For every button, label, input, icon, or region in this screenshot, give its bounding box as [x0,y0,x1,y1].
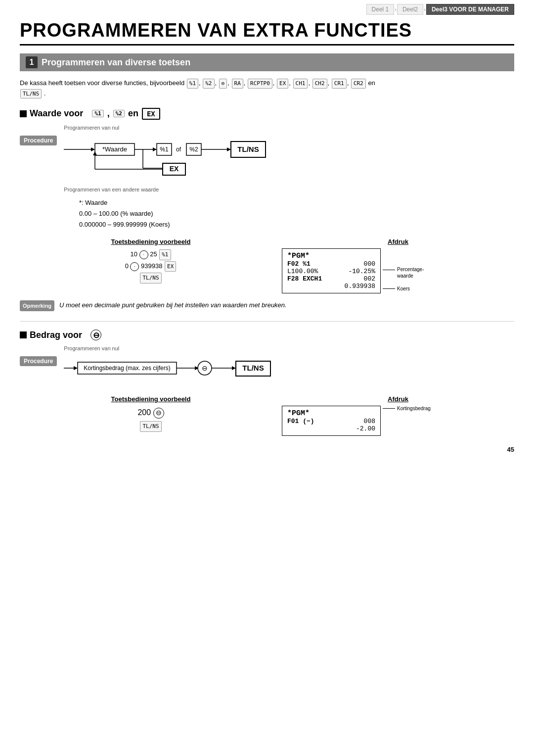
bedrag-receipt-line2: F01 (−) 008 [287,418,375,425]
receipt-line1: *PGM* [287,252,375,260]
waarde-example-table: Toetsbediening voorbeeld 10 · 25 %1 0 · … [35,238,514,293]
bedrag-example-keys-title: Toetsbediening voorbeeld [35,395,267,403]
bedrag-flow-svg: Kortingsbedrag (max. zes cijfers) ⊖ TL/N… [64,354,321,389]
svg-text:Kortingsbedrag (max. zes cijfe: Kortingsbedrag (max. zes cijfers) [84,365,171,372]
procedure-badge-bedrag: Procedure [20,356,57,366]
section1-title: Programmeren van diverse toetsen [42,57,190,68]
waarde-procedure-diagram: Programmeren van nul *Waarde %1 of %2 [64,125,514,192]
key-pct2: %2 [203,79,214,89]
receipt-line4: F28 EXCH1 002 [287,275,375,283]
svg-text:TL/NS: TL/NS [243,364,264,372]
bedrag-receipt-box: *PGM* F01 (−) 008 -2.00 [282,406,381,436]
section1-number: 1 [26,56,38,68]
note-line1: *: Waarde [79,197,514,208]
intro-text: De kassa heeft toetsen voor diverse func… [20,78,514,99]
diagram-top-label-waarde: Programmeren van nul [64,125,514,131]
receipt-line5: 0.939938 [287,283,375,290]
note-text: U moet een decimale punt gebruiken bij h… [59,300,287,310]
waarde-afdruk-title: Afdruk [282,238,514,245]
bedrag-example-keys-col: Toetsbediening voorbeeld 200 ⊖ TL/NS [35,395,267,432]
bedrag-afdruk-title: Afdruk [282,395,514,403]
note-line2: 0.00 – 100.00 (% waarde) [79,208,514,219]
key-cr2: CR2 [351,79,366,89]
ann-kortingsbedrag: Kortingsbedrag [383,406,431,411]
key-ra: RA [232,79,243,89]
key-pct1: %1 [187,79,198,89]
nav-arrow1: › [395,6,397,12]
svg-marker-1 [91,147,95,151]
receipt-annotations: Percentage- waarde Koers [383,248,424,291]
ann-percentage-text: Percentage- waarde [397,266,424,279]
key-minus: ⊖ [219,79,227,89]
ann-koers: Koers [383,286,424,291]
key-ch1: CH1 [293,79,308,89]
waarde-flow-svg: *Waarde %1 of %2 TL/NS EX [64,134,331,183]
nav-part3: Deel3 VOOR DE MANAGER [426,4,514,15]
bedrag-procedure-diagram: Programmeren van nul Kortingsbedrag (max… [64,345,514,390]
waarde-notes: *: Waarde 0.00 – 100.00 (% waarde) 0.000… [79,197,514,230]
diagram-top-label-bedrag: Programmeren van nul [64,345,514,351]
note-badge: Opmerking [20,300,54,312]
bedrag-receipt-wrapper: *PGM* F01 (−) 008 -2.00 Kortingsbedrag [282,406,514,436]
waarde-section-title: Waarde voor %1 , %2 en EX [20,108,514,120]
key-pct1-title: %1 [92,110,103,117]
bedrag-procedure-area: Procedure Programmeren van nul Kortingsb… [20,345,514,390]
bullet-square [20,110,27,117]
svg-text:TL/NS: TL/NS [238,145,259,153]
nav-part1: Deel 1 [366,4,395,15]
svg-text:*Waarde: *Waarde [102,145,127,153]
page-number: 45 [20,446,514,453]
svg-text:EX: EX [170,165,179,173]
top-navigation: Deel 1 › Deel2 › Deel3 VOOR DE MANAGER [20,0,514,18]
waarde-example-keys-col: Toetsbediening voorbeeld 10 · 25 %1 0 · … [35,238,267,284]
waarde-procedure-area: Procedure Programmeren van nul *Waarde %… [20,125,514,192]
ann-percentage: Percentage- waarde [383,266,424,279]
svg-text:of: of [176,146,181,153]
svg-text:%2: %2 [190,146,199,153]
waarde-example-keys-title: Toetsbediening voorbeeld [35,238,267,245]
key-ch2: CH2 [312,79,327,89]
section-divider [20,321,514,322]
svg-text:⊖: ⊖ [202,364,208,372]
waarde-example-keys: 10 · 25 %1 0 · 939938 EX TL/NS [35,248,267,284]
receipt-line2: F02 %1 000 [287,260,375,268]
main-title: PROGRAMMEREN VAN EXTRA FUNCTIES [20,20,514,46]
key-minus-bedrag-title: ⊖ [90,330,101,340]
svg-marker-24 [74,366,78,370]
bedrag-receipt-line3: -2.00 [287,425,375,432]
bedrag-example-keys: 200 ⊖ TL/NS [35,406,267,432]
bullet-square-bedrag [20,331,27,338]
ann-kortingsbedrag-text: Kortingsbedrag [397,406,431,411]
svg-text:%1: %1 [160,146,169,153]
nav-arrow2: › [424,6,426,12]
waarde-afdruk-col: Afdruk *PGM* F02 %1 000 L100.00% -10.25%… [282,238,514,293]
bedrag-receipt-line1: *PGM* [287,409,375,418]
bedrag-example-table: Toetsbediening voorbeeld 200 ⊖ TL/NS Afd… [35,395,514,436]
svg-marker-5 [153,147,157,151]
bedrag-receipt-annotations: Kortingsbedrag [383,406,431,412]
receipt-line3: L100.00% -10.25% [287,268,375,275]
key-tlns: TL/NS [20,89,42,99]
bedrag-afdruk-col: Afdruk *PGM* F01 (−) 008 -2.00 Korting [282,395,514,436]
procedure-badge-waarde: Procedure [20,136,57,145]
svg-marker-32 [232,366,236,370]
bedrag-section-title: Bedrag voor ⊖ [20,330,514,340]
waarde-receipt-box: *PGM* F02 %1 000 L100.00% -10.25% F28 EX… [282,248,381,293]
nav-part2: Deel2 [397,4,423,15]
key-pct2-title: %2 [113,110,125,117]
note-line3: 0.000000 – 999.999999 (Koers) [79,219,514,230]
key-rcptp0: RCPTP0 [248,79,272,89]
key-ex-title: EX [142,108,160,120]
ann-koers-text: Koers [397,286,410,291]
svg-marker-12 [227,147,231,151]
key-cr1: CR1 [332,79,347,89]
note-opmerking: Opmerking U moet een decimale punt gebru… [20,300,514,312]
key-ex: EX [277,79,288,89]
section1-header: 1 Programmeren van diverse toetsen [20,53,514,71]
waarde-receipt-wrapper: *PGM* F02 %1 000 L100.00% -10.25% F28 EX… [282,248,514,293]
diagram-bottom-label-waarde: Programmeren van een andere waarde [64,187,514,192]
